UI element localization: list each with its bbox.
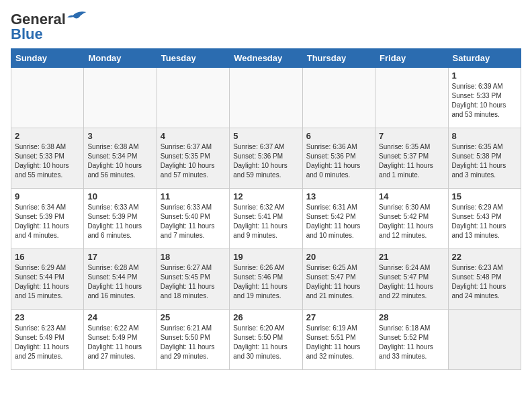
column-header-tuesday: Tuesday (157, 49, 229, 68)
day-info: Sunrise: 6:25 AM Sunset: 5:47 PM Dayligh… (306, 263, 371, 301)
column-header-wednesday: Wednesday (230, 49, 302, 68)
day-number: 20 (306, 252, 371, 262)
day-info: Sunrise: 6:26 AM Sunset: 5:46 PM Dayligh… (233, 263, 298, 301)
day-info: Sunrise: 6:20 AM Sunset: 5:50 PM Dayligh… (233, 324, 298, 361)
calendar-day-cell: 3Sunrise: 6:38 AM Sunset: 5:34 PM Daylig… (84, 128, 157, 189)
calendar-day-cell: 23Sunrise: 6:23 AM Sunset: 5:49 PM Dayli… (11, 310, 84, 370)
day-info: Sunrise: 6:31 AM Sunset: 5:42 PM Dayligh… (306, 203, 371, 240)
day-number: 19 (233, 252, 298, 262)
day-info: Sunrise: 6:22 AM Sunset: 5:49 PM Dayligh… (87, 324, 152, 361)
calendar-day-cell: 12Sunrise: 6:32 AM Sunset: 5:41 PM Dayli… (230, 189, 302, 249)
logo: General Blue (11, 11, 87, 43)
day-info: Sunrise: 6:24 AM Sunset: 5:47 PM Dayligh… (379, 263, 444, 301)
calendar-day-cell: 11Sunrise: 6:33 AM Sunset: 5:40 PM Dayli… (157, 189, 229, 249)
calendar-day-cell: 9Sunrise: 6:34 AM Sunset: 5:39 PM Daylig… (11, 189, 84, 249)
day-info: Sunrise: 6:23 AM Sunset: 5:48 PM Dayligh… (452, 263, 517, 301)
day-number: 9 (15, 191, 80, 201)
calendar-day-cell: 13Sunrise: 6:31 AM Sunset: 5:42 PM Dayli… (302, 189, 375, 249)
calendar-week-row: 23Sunrise: 6:23 AM Sunset: 5:49 PM Dayli… (11, 310, 521, 370)
calendar-day-cell: 25Sunrise: 6:21 AM Sunset: 5:50 PM Dayli… (157, 310, 229, 370)
day-number: 18 (161, 252, 226, 262)
calendar-day-cell: 16Sunrise: 6:29 AM Sunset: 5:44 PM Dayli… (11, 249, 84, 310)
calendar-header-row: SundayMondayTuesdayWednesdayThursdayFrid… (11, 49, 521, 68)
day-info: Sunrise: 6:38 AM Sunset: 5:34 PM Dayligh… (87, 142, 152, 180)
day-number: 14 (379, 191, 444, 201)
calendar-day-cell: 20Sunrise: 6:25 AM Sunset: 5:47 PM Dayli… (302, 249, 375, 310)
day-number: 6 (306, 131, 371, 141)
day-number: 16 (15, 252, 80, 262)
day-number: 27 (306, 312, 371, 322)
day-number: 13 (306, 191, 371, 201)
day-number: 1 (452, 71, 517, 81)
day-info: Sunrise: 6:30 AM Sunset: 5:42 PM Dayligh… (379, 203, 444, 240)
calendar-day-cell: 4Sunrise: 6:37 AM Sunset: 5:35 PM Daylig… (157, 128, 229, 189)
day-number: 17 (87, 252, 152, 262)
day-info: Sunrise: 6:29 AM Sunset: 5:44 PM Dayligh… (15, 263, 80, 301)
calendar-day-cell: 22Sunrise: 6:23 AM Sunset: 5:48 PM Dayli… (448, 249, 521, 310)
day-number: 15 (452, 191, 517, 201)
calendar-day-cell (375, 68, 448, 128)
calendar-day-cell: 1Sunrise: 6:39 AM Sunset: 5:33 PM Daylig… (448, 68, 521, 128)
day-info: Sunrise: 6:36 AM Sunset: 5:36 PM Dayligh… (306, 142, 371, 180)
column-header-thursday: Thursday (302, 49, 375, 68)
day-info: Sunrise: 6:27 AM Sunset: 5:45 PM Dayligh… (161, 263, 226, 301)
day-number: 25 (161, 312, 226, 322)
day-number: 2 (15, 131, 80, 141)
column-header-monday: Monday (84, 49, 157, 68)
day-info: Sunrise: 6:33 AM Sunset: 5:39 PM Dayligh… (87, 203, 152, 240)
day-number: 11 (161, 191, 226, 201)
day-info: Sunrise: 6:19 AM Sunset: 5:51 PM Dayligh… (306, 324, 371, 361)
calendar-day-cell: 6Sunrise: 6:36 AM Sunset: 5:36 PM Daylig… (302, 128, 375, 189)
calendar-day-cell: 15Sunrise: 6:29 AM Sunset: 5:43 PM Dayli… (448, 189, 521, 249)
calendar-day-cell (11, 68, 84, 128)
day-info: Sunrise: 6:37 AM Sunset: 5:35 PM Dayligh… (161, 142, 226, 180)
day-number: 8 (452, 131, 517, 141)
day-info: Sunrise: 6:33 AM Sunset: 5:40 PM Dayligh… (161, 203, 226, 240)
calendar-day-cell (84, 68, 157, 128)
calendar-day-cell (448, 310, 521, 370)
calendar-day-cell: 2Sunrise: 6:38 AM Sunset: 5:33 PM Daylig… (11, 128, 84, 189)
calendar-day-cell: 7Sunrise: 6:35 AM Sunset: 5:37 PM Daylig… (375, 128, 448, 189)
calendar-day-cell: 10Sunrise: 6:33 AM Sunset: 5:39 PM Dayli… (84, 189, 157, 249)
day-number: 7 (379, 131, 444, 141)
day-number: 22 (452, 252, 517, 262)
day-number: 12 (233, 191, 298, 201)
day-number: 24 (87, 312, 152, 322)
calendar-week-row: 2Sunrise: 6:38 AM Sunset: 5:33 PM Daylig… (11, 128, 521, 189)
calendar-day-cell: 8Sunrise: 6:35 AM Sunset: 5:38 PM Daylig… (448, 128, 521, 189)
column-header-saturday: Saturday (448, 49, 521, 68)
logo-blue: Blue (11, 26, 43, 43)
day-number: 28 (379, 312, 444, 322)
day-number: 5 (233, 131, 298, 141)
day-number: 23 (15, 312, 80, 322)
calendar-day-cell: 28Sunrise: 6:18 AM Sunset: 5:52 PM Dayli… (375, 310, 448, 370)
day-info: Sunrise: 6:32 AM Sunset: 5:41 PM Dayligh… (233, 203, 298, 240)
calendar-week-row: 9Sunrise: 6:34 AM Sunset: 5:39 PM Daylig… (11, 189, 521, 249)
calendar-day-cell: 5Sunrise: 6:37 AM Sunset: 5:36 PM Daylig… (230, 128, 302, 189)
day-info: Sunrise: 6:34 AM Sunset: 5:39 PM Dayligh… (15, 203, 80, 240)
column-header-sunday: Sunday (11, 49, 84, 68)
calendar-day-cell (157, 68, 229, 128)
day-number: 26 (233, 312, 298, 322)
day-info: Sunrise: 6:39 AM Sunset: 5:33 PM Dayligh… (452, 82, 517, 120)
calendar-day-cell: 24Sunrise: 6:22 AM Sunset: 5:49 PM Dayli… (84, 310, 157, 370)
calendar-day-cell: 21Sunrise: 6:24 AM Sunset: 5:47 PM Dayli… (375, 249, 448, 310)
day-info: Sunrise: 6:37 AM Sunset: 5:36 PM Dayligh… (233, 142, 298, 180)
calendar-day-cell: 26Sunrise: 6:20 AM Sunset: 5:50 PM Dayli… (230, 310, 302, 370)
day-info: Sunrise: 6:28 AM Sunset: 5:44 PM Dayligh… (87, 263, 152, 301)
day-info: Sunrise: 6:21 AM Sunset: 5:50 PM Dayligh… (161, 324, 226, 361)
calendar-week-row: 1Sunrise: 6:39 AM Sunset: 5:33 PM Daylig… (11, 68, 521, 128)
day-info: Sunrise: 6:18 AM Sunset: 5:52 PM Dayligh… (379, 324, 444, 361)
day-number: 21 (379, 252, 444, 262)
column-header-friday: Friday (375, 49, 448, 68)
logo-bird-icon (67, 10, 87, 22)
day-info: Sunrise: 6:29 AM Sunset: 5:43 PM Dayligh… (452, 203, 517, 240)
day-info: Sunrise: 6:23 AM Sunset: 5:49 PM Dayligh… (15, 324, 80, 361)
calendar-day-cell: 19Sunrise: 6:26 AM Sunset: 5:46 PM Dayli… (230, 249, 302, 310)
day-number: 3 (87, 131, 152, 141)
calendar-day-cell: 14Sunrise: 6:30 AM Sunset: 5:42 PM Dayli… (375, 189, 448, 249)
calendar-day-cell: 18Sunrise: 6:27 AM Sunset: 5:45 PM Dayli… (157, 249, 229, 310)
day-info: Sunrise: 6:35 AM Sunset: 5:37 PM Dayligh… (379, 142, 444, 180)
calendar-day-cell: 27Sunrise: 6:19 AM Sunset: 5:51 PM Dayli… (302, 310, 375, 370)
day-info: Sunrise: 6:38 AM Sunset: 5:33 PM Dayligh… (15, 142, 80, 180)
